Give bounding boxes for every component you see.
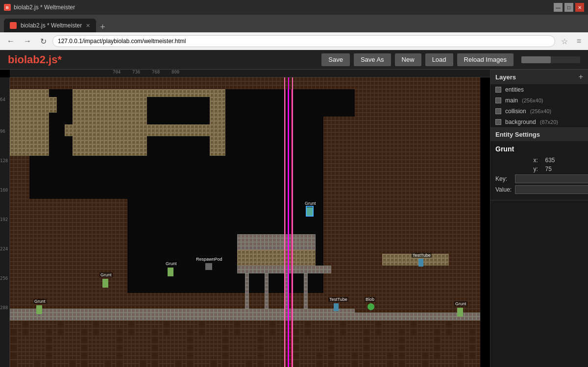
nav-bar: ← → ↻ ☆ ≡ <box>0 32 588 50</box>
layers-title: Layers <box>495 73 516 81</box>
back-button[interactable]: ← <box>4 35 18 48</box>
ruler-mark-256: 256 <box>0 276 8 281</box>
ruler-top: 704 736 768 800 <box>10 70 490 77</box>
layer-collision[interactable]: collision (256x40) <box>490 106 588 117</box>
ruler-left: 64 96 128 160 192 224 256 288 <box>0 77 10 367</box>
canvas-area[interactable]: 704 736 768 800 64 96 128 160 192 224 25… <box>0 70 490 367</box>
app-container: biolab2.js* Save Save As New Load Reload… <box>0 50 588 367</box>
entity-y-label: y: <box>534 166 545 172</box>
game-canvas[interactable] <box>10 77 480 367</box>
tab-bar: biolab2.js * Weltmeister ✕ + <box>0 15 588 32</box>
layer-name-background: background <box>505 119 536 125</box>
layers-section: Layers + entities main (256x40) collisio… <box>490 70 588 128</box>
menu-icon[interactable]: ≡ <box>574 35 584 48</box>
ruler-mark-704: 704 <box>113 70 121 74</box>
layer-size-main: (256x40) <box>522 98 543 103</box>
scroll-indicator <box>521 56 580 63</box>
main-content: 704 736 768 800 64 96 128 160 192 224 25… <box>0 70 588 367</box>
title-bar: B biolab2.js * Weltmeister — □ ✕ <box>0 0 588 15</box>
tab-label: biolab2.js * Weltmeister <box>21 22 82 29</box>
close-button[interactable]: ✕ <box>575 3 584 12</box>
entity-x-value: 635 <box>545 157 584 164</box>
layers-header: Layers + <box>490 70 588 84</box>
layer-background[interactable]: background (87x20) <box>490 117 588 127</box>
entity-settings-header: Entity Settings <box>490 128 588 141</box>
right-panel: Layers + entities main (256x40) collisio… <box>490 70 588 367</box>
layer-main[interactable]: main (256x40) <box>490 95 588 106</box>
maximize-button[interactable]: □ <box>564 3 573 12</box>
entity-settings-section: Entity Settings Grunt x: 635 y: 75 <box>490 128 588 200</box>
new-tab-button[interactable]: + <box>96 22 109 32</box>
add-layer-button[interactable]: + <box>579 73 583 81</box>
entity-x-field: x: 635 <box>495 157 583 164</box>
layer-checkbox-main[interactable] <box>495 98 501 103</box>
entity-settings-title: Entity Settings <box>495 131 540 138</box>
ruler-mark-224: 224 <box>0 246 8 251</box>
app-toolbar: biolab2.js* Save Save As New Load Reload… <box>0 50 588 70</box>
tab-favicon <box>10 22 17 29</box>
entity-key-label: Key: <box>495 175 515 182</box>
ruler-mark-96: 96 <box>0 129 5 134</box>
entity-value-input[interactable] <box>515 185 588 194</box>
entity-value-row: Value: <box>495 185 583 194</box>
ruler-mark-64: 64 <box>0 97 5 102</box>
layer-checkbox-entities[interactable] <box>495 87 501 93</box>
active-tab[interactable]: biolab2.js * Weltmeister ✕ <box>4 19 96 32</box>
entity-y-value: 75 <box>545 166 584 172</box>
entity-key-input[interactable] <box>515 174 588 183</box>
forward-button[interactable]: → <box>21 35 34 48</box>
selected-entity-name: Grunt <box>495 145 583 153</box>
minimize-button[interactable]: — <box>554 3 563 12</box>
layer-size-background: (87x20) <box>540 119 558 125</box>
layer-size-collision: (256x40) <box>530 108 551 114</box>
ruler-mark-768: 768 <box>152 70 160 74</box>
address-bar[interactable] <box>52 35 555 47</box>
save-button[interactable]: Save <box>321 53 350 66</box>
ruler-mark-192: 192 <box>0 217 8 222</box>
bookmark-icon[interactable]: ☆ <box>558 35 571 48</box>
reload-images-button[interactable]: Reload Images <box>457 53 514 66</box>
entity-x-label: x: <box>534 157 545 164</box>
ruler-mark-128: 128 <box>0 158 8 163</box>
tab-close-icon[interactable]: ✕ <box>86 23 90 29</box>
window-title: biolab2.js * Weltmeister <box>14 4 75 11</box>
load-button[interactable]: Load <box>425 53 453 66</box>
layer-name-collision: collision <box>505 108 526 115</box>
ruler-mark-800: 800 <box>172 70 179 74</box>
entity-y-field: y: 75 <box>495 166 583 172</box>
save-as-button[interactable]: Save As <box>354 53 391 66</box>
ruler-mark-288: 288 <box>0 305 8 310</box>
ruler-mark-160: 160 <box>0 188 8 193</box>
ruler-mark-736: 736 <box>132 70 140 74</box>
layer-name-main: main <box>505 97 518 104</box>
reload-button[interactable]: ↻ <box>37 35 49 48</box>
scroll-thumb[interactable] <box>521 56 551 63</box>
layer-checkbox-collision[interactable] <box>495 108 501 114</box>
app-title: biolab2.js* <box>8 53 62 66</box>
layer-entities[interactable]: entities <box>490 84 588 95</box>
entity-value-label: Value: <box>495 186 515 193</box>
entity-key-row: Key: <box>495 174 583 183</box>
new-button[interactable]: New <box>395 53 421 66</box>
entity-settings-content: Grunt x: 635 y: 75 Key: <box>490 141 588 200</box>
layer-checkbox-background[interactable] <box>495 119 501 125</box>
layer-name-entities: entities <box>505 86 524 93</box>
